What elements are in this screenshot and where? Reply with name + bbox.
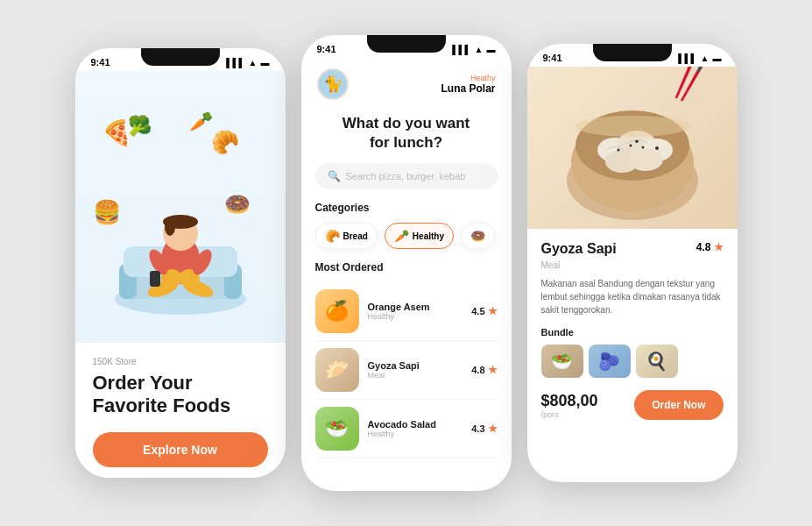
healthy-label: Healthy (413, 231, 444, 241)
product-star-icon: ★ (714, 241, 724, 253)
food-details-2: Gyoza Sapi Meal (368, 360, 463, 380)
svg-text:🥦: 🥦 (128, 114, 152, 138)
food-details-3: Avocado Salad Healthy (368, 419, 463, 438)
signal-icon: ▌▌▌ (226, 58, 244, 68)
food-thumb-3: 🥗 (315, 407, 359, 451)
rating-value-3: 4.3 (471, 423, 484, 434)
categories-title: Categories (301, 202, 512, 223)
food-item-1[interactable]: 🍊 Orange Asem Healthy 4.5 ★ (315, 282, 498, 341)
food-cat-3: Healthy (368, 430, 463, 438)
battery-icon-3: ▬ (713, 53, 722, 63)
wifi-icon: ▲ (249, 58, 258, 68)
food-name-3: Avocado Salad (368, 419, 463, 430)
store-label: 150K Store (93, 357, 268, 366)
price-row: $808,00 /pors Order Now (541, 390, 724, 420)
bundle-item-3[interactable]: 🍳 (636, 345, 678, 378)
product-rating-value: 4.8 (696, 241, 711, 253)
star-icon-2: ★ (488, 364, 498, 376)
bundle-title: Bundle (541, 327, 724, 338)
phone2-header: 🐈 Heathy Luna Polar (301, 58, 512, 107)
donut-icon: 🍩 (470, 229, 485, 243)
status-icons-3: ▌▌▌ ▲ ▬ (678, 53, 721, 63)
category-bread[interactable]: 🥐 Bread (315, 223, 378, 249)
healthy-icon: 🥕 (394, 229, 409, 243)
rating-value-1: 4.5 (471, 306, 484, 316)
wifi-icon-3: ▲ (701, 53, 710, 63)
food-thumb-2: 🥟 (315, 348, 359, 392)
search-icon: 🔍 (328, 170, 341, 182)
explore-now-button[interactable]: Explore Now (93, 432, 268, 467)
time-3: 9:41 (543, 53, 562, 63)
signal-icon-3: ▌▌▌ (678, 53, 696, 63)
price-block: $808,00 /pors (541, 392, 598, 419)
food-item-3[interactable]: 🥗 Avocado Salad Healthy 4.3 ★ (315, 400, 498, 458)
notch-3 (593, 44, 672, 61)
main-title: What do you wantfor lunch? (301, 107, 512, 163)
status-icons-2: ▌▌▌ ▲ ▬ (452, 45, 495, 54)
battery-icon: ▬ (261, 58, 270, 68)
bundle-item-1[interactable]: 🥗 (541, 345, 583, 378)
svg-rect-15 (150, 271, 160, 287)
food-details-1: Orange Asem Healthy (368, 302, 463, 321)
product-info: Gyoza Sapi 4.8 ★ Meal Makanan asal Bandu… (527, 229, 738, 432)
wifi-icon-2: ▲ (475, 45, 484, 54)
phone-2: 9:41 ▌▌▌ ▲ ▬ 🐈 Heathy Luna Polar What do… (301, 35, 512, 491)
user-info: Heathy Luna Polar (441, 74, 495, 95)
svg-text:🍔: 🍔 (93, 198, 122, 226)
notch-2 (367, 35, 446, 53)
phone-1: 9:41 ▌▌▌ ▲ ▬ (75, 48, 286, 478)
hero-illustration: 🍕 🍔 🥐 🍩 🥦 🥕 (75, 71, 286, 343)
bundle-item-2[interactable]: 🫐 (589, 345, 631, 378)
time-2: 9:41 (317, 44, 336, 54)
product-type: Meal (541, 260, 724, 270)
phone-3: 9:41 ▌▌▌ ▲ ▬ 🥢 (527, 44, 738, 482)
food-cat-2: Meal (368, 371, 463, 380)
product-header: Gyoza Sapi 4.8 ★ (541, 241, 724, 257)
star-icon-1: ★ (488, 305, 498, 317)
svg-point-34 (617, 149, 619, 152)
time-1: 9:41 (91, 57, 110, 68)
order-now-button[interactable]: Order Now (634, 390, 723, 420)
bottom-section-1: 150K Store Order Your Favorite Foods Exp… (75, 343, 286, 478)
svg-point-33 (655, 146, 659, 150)
rating-value-2: 4.8 (471, 365, 484, 375)
categories-list: 🥐 Bread 🥕 Healthy 🍩 (301, 223, 512, 261)
user-tag: Heathy (441, 74, 495, 82)
svg-point-31 (629, 145, 632, 147)
signal-icon-2: ▌▌▌ (452, 45, 470, 54)
food-name-1: Orange Asem (368, 302, 463, 312)
product-name: Gyoza Sapi (541, 241, 617, 257)
user-name: Luna Polar (441, 82, 495, 95)
notch-1 (141, 48, 220, 66)
product-image: 🥢 (527, 67, 738, 229)
search-bar[interactable]: 🔍 Search pizza, burger, kebab (315, 163, 498, 189)
bread-icon: 🥐 (325, 229, 340, 243)
bread-label: Bread (343, 231, 368, 241)
most-ordered-title: Most Ordered (301, 261, 512, 282)
svg-point-32 (641, 146, 644, 149)
food-list: 🍊 Orange Asem Healthy 4.5 ★ 🥟 Gyoza Sapi… (301, 282, 512, 458)
battery-icon-2: ▬ (487, 45, 496, 54)
food-rating-3: 4.3 ★ (471, 423, 497, 435)
food-cat-1: Healthy (368, 312, 463, 321)
product-rating: 4.8 ★ (696, 241, 724, 253)
bundle-images: 🥗 🫐 🍳 (541, 345, 724, 378)
food-rating-1: 4.5 ★ (471, 305, 497, 317)
avatar: 🐈 (317, 68, 349, 100)
svg-text:🥐: 🥐 (211, 128, 240, 156)
svg-point-29 (628, 148, 663, 171)
product-description: Makanan asal Bandung dengan tekstur yang… (541, 277, 724, 316)
price-label: /pors (541, 410, 598, 419)
hero-title: Order Your Favorite Foods (93, 372, 268, 418)
search-placeholder: Search pizza, burger, kebab (346, 171, 466, 181)
category-healthy[interactable]: 🥕 Healthy (385, 223, 454, 249)
status-icons-1: ▌▌▌ ▲ ▬ (226, 58, 269, 68)
food-item-2[interactable]: 🥟 Gyoza Sapi Meal 4.8 ★ (315, 341, 498, 400)
food-name-2: Gyoza Sapi (368, 360, 463, 371)
food-rating-2: 4.8 ★ (471, 364, 497, 376)
food-thumb-1: 🍊 (315, 289, 359, 333)
price-main: $808,00 (541, 392, 598, 410)
svg-point-35 (575, 116, 689, 137)
category-donut[interactable]: 🍩 (461, 223, 495, 249)
star-icon-3: ★ (488, 423, 498, 435)
